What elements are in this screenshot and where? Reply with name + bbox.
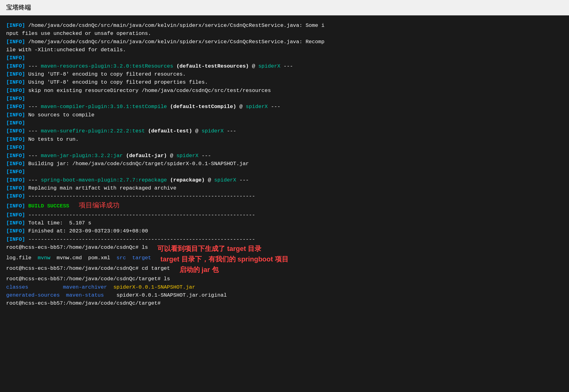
annotation-build-success: 项目编译成功: [79, 202, 120, 210]
terminal-line-19: [INFO]: [6, 168, 563, 176]
terminal-line-26: [INFO] Finished at: 2023-09-03T23:09:49+…: [6, 227, 563, 235]
annotation-ls: 可以看到项目下生成了 target 目录: [157, 244, 261, 254]
terminal-line-16: [INFO]: [6, 144, 563, 152]
terminal-line-4: ile with -Xlint:unchecked for details.: [6, 46, 563, 54]
terminal-line-22: [INFO] ---------------------------------…: [6, 192, 563, 200]
terminal-line-15: [INFO] No tests to run.: [6, 136, 563, 144]
terminal-line-31: root@hcss-ecs-bb57:/home/java/code/csdnQ…: [6, 275, 563, 283]
terminal-line-14: [INFO] --- maven-surefire-plugin:2.22.2:…: [6, 127, 563, 135]
terminal-line-30-block: root@hcss-ecs-bb57:/home/java/code/csdnQ…: [6, 265, 563, 275]
terminal-line-18: [INFO] Building jar: /home/java/code/csd…: [6, 160, 563, 168]
terminal-line-2: nput files use unchecked or unsafe opera…: [6, 30, 563, 38]
terminal-line-8: [INFO] Using 'UTF-8' encoding to copy fi…: [6, 78, 563, 86]
terminal-line-6: [INFO] --- maven-resources-plugin:3.2.0:…: [6, 62, 563, 70]
terminal-line-33: generated-sources maven-status spiderX-0…: [6, 291, 563, 299]
terminal-line-29: log.file mvnw mvnw.cmd pom.xml src targe…: [6, 254, 151, 262]
terminal-line-10: [INFO]: [6, 95, 563, 103]
terminal-line-9: [INFO] skip non existing resourceDirecto…: [6, 87, 563, 95]
terminal-line-21: [INFO] Replacing main artifact with repa…: [6, 184, 563, 192]
terminal-line-5: [INFO]: [6, 54, 563, 62]
terminal-line-30: root@hcss-ecs-bb57:/home/java/code/csdnQ…: [6, 265, 170, 273]
terminal-line-28-block: root@hcss-ecs-bb57:/home/java/code/csdnQ…: [6, 244, 563, 254]
terminal-line-3: [INFO] /home/java/code/csdnQc/src/main/j…: [6, 38, 563, 46]
terminal-line-13: [INFO]: [6, 119, 563, 127]
terminal-line-24: [INFO] ---------------------------------…: [6, 211, 563, 219]
terminal-line-32: classes maven-archiver spiderX-0.0.1-SNA…: [6, 283, 563, 291]
title-bar: 宝塔终端: [0, 0, 569, 15]
terminal-line-7: [INFO] Using 'UTF-8' encoding to copy fi…: [6, 70, 563, 78]
terminal-line-25: [INFO] Total time: 5.107 s: [6, 219, 563, 227]
terminal-line-29-block: log.file mvnw mvnw.cmd pom.xml src targe…: [6, 254, 563, 265]
terminal-line-27: [INFO] ---------------------------------…: [6, 236, 563, 244]
terminal-line-28: root@hcss-ecs-bb57:/home/java/code/csdnQ…: [6, 244, 148, 252]
terminal-line-20: [INFO] --- spring-boot-maven-plugin:2.7.…: [6, 176, 563, 184]
terminal-line-12: [INFO] No sources to compile: [6, 111, 563, 119]
terminal[interactable]: [INFO] /home/java/code/csdnQc/src/main/j…: [0, 15, 569, 392]
terminal-line-1: [INFO] /home/java/code/csdnQc/src/main/j…: [6, 22, 563, 30]
terminal-line-23: [INFO] BUILD SUCCESS 项目编译成功: [6, 201, 563, 211]
annotation-target1: target 目录下，有我们的 springboot 项目: [160, 254, 288, 265]
terminal-line-34: root@hcss-ecs-bb57:/home/java/code/csdnQ…: [6, 299, 563, 307]
terminal-line-11: [INFO] --- maven-compiler-plugin:3.10.1:…: [6, 103, 563, 111]
terminal-line-17: [INFO] --- maven-jar-plugin:3.2.2:jar (d…: [6, 152, 563, 160]
annotation-target2: 启动的 jar 包: [179, 265, 219, 275]
app-title: 宝塔终端: [6, 3, 31, 12]
